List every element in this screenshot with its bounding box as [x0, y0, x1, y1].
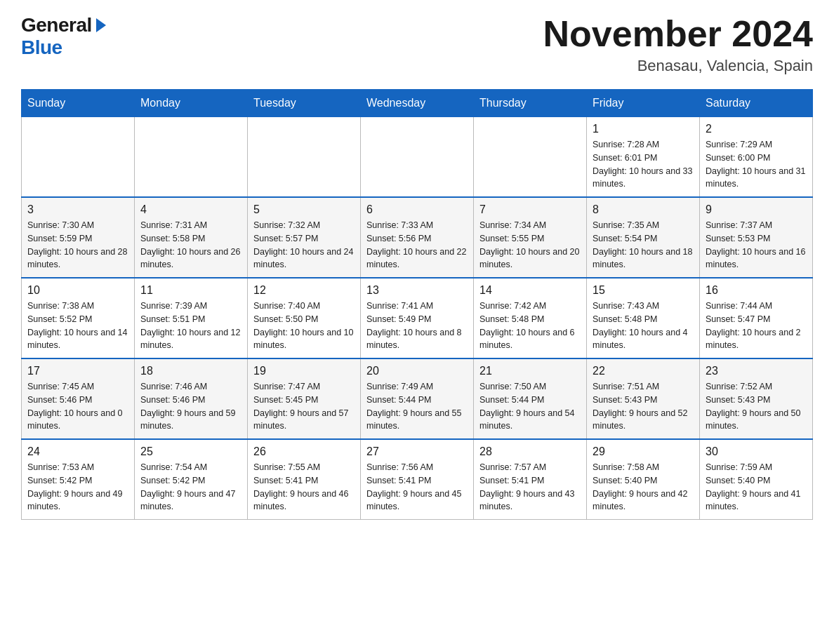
day-number: 29 — [593, 445, 694, 458]
calendar-cell: 25Sunrise: 7:54 AMSunset: 5:42 PMDayligh… — [135, 439, 248, 520]
week-row-5: 24Sunrise: 7:53 AMSunset: 5:42 PMDayligh… — [22, 439, 813, 520]
day-number: 14 — [479, 284, 581, 297]
day-number: 6 — [366, 203, 468, 216]
day-number: 20 — [366, 365, 468, 377]
day-number: 8 — [593, 203, 694, 216]
calendar-cell — [22, 117, 135, 198]
day-info: Sunrise: 7:46 AMSunset: 5:46 PMDaylight:… — [140, 380, 241, 433]
day-info: Sunrise: 7:38 AMSunset: 5:52 PMDaylight:… — [27, 300, 128, 352]
day-number: 15 — [593, 284, 694, 297]
day-number: 10 — [27, 284, 128, 297]
day-info: Sunrise: 7:55 AMSunset: 5:41 PMDaylight:… — [253, 461, 355, 514]
day-number: 9 — [706, 203, 807, 216]
day-info: Sunrise: 7:52 AMSunset: 5:43 PMDaylight:… — [706, 380, 807, 433]
day-info: Sunrise: 7:49 AMSunset: 5:44 PMDaylight:… — [366, 380, 468, 433]
day-number: 18 — [140, 365, 241, 377]
logo-blue-text: Blue — [21, 36, 62, 58]
col-header-sunday: Sunday — [22, 90, 135, 117]
day-info: Sunrise: 7:43 AMSunset: 5:48 PMDaylight:… — [593, 300, 694, 352]
calendar-cell: 17Sunrise: 7:45 AMSunset: 5:46 PMDayligh… — [22, 358, 135, 439]
calendar-cell: 28Sunrise: 7:57 AMSunset: 5:41 PMDayligh… — [474, 439, 587, 520]
day-info: Sunrise: 7:58 AMSunset: 5:40 PMDaylight:… — [593, 461, 694, 514]
col-header-friday: Friday — [587, 90, 700, 117]
col-header-thursday: Thursday — [474, 90, 587, 117]
day-info: Sunrise: 7:59 AMSunset: 5:40 PMDaylight:… — [706, 461, 807, 514]
location-title: Benasau, Valencia, Spain — [543, 57, 813, 75]
calendar-cell: 16Sunrise: 7:44 AMSunset: 5:47 PMDayligh… — [700, 278, 813, 358]
day-info: Sunrise: 7:31 AMSunset: 5:58 PMDaylight:… — [140, 219, 241, 271]
day-number: 19 — [253, 365, 355, 377]
calendar-cell: 14Sunrise: 7:42 AMSunset: 5:48 PMDayligh… — [474, 278, 587, 358]
day-info: Sunrise: 7:33 AMSunset: 5:56 PMDaylight:… — [366, 219, 468, 271]
calendar-cell — [474, 117, 587, 198]
calendar-cell: 12Sunrise: 7:40 AMSunset: 5:50 PMDayligh… — [248, 278, 361, 358]
day-info: Sunrise: 7:30 AMSunset: 5:59 PMDaylight:… — [27, 219, 128, 271]
calendar-cell: 21Sunrise: 7:50 AMSunset: 5:44 PMDayligh… — [474, 358, 587, 439]
calendar-cell: 13Sunrise: 7:41 AMSunset: 5:49 PMDayligh… — [361, 278, 474, 358]
day-number: 7 — [479, 203, 581, 216]
week-row-3: 10Sunrise: 7:38 AMSunset: 5:52 PMDayligh… — [22, 278, 813, 358]
month-title: November 2024 — [543, 14, 813, 54]
calendar-cell: 8Sunrise: 7:35 AMSunset: 5:54 PMDaylight… — [587, 197, 700, 278]
title-section: November 2024 Benasau, Valencia, Spain — [543, 14, 813, 75]
calendar-cell: 23Sunrise: 7:52 AMSunset: 5:43 PMDayligh… — [700, 358, 813, 439]
day-number: 17 — [27, 365, 128, 377]
calendar-cell: 20Sunrise: 7:49 AMSunset: 5:44 PMDayligh… — [361, 358, 474, 439]
logo-triangle-icon — [96, 18, 106, 32]
day-info: Sunrise: 7:42 AMSunset: 5:48 PMDaylight:… — [479, 300, 581, 352]
day-info: Sunrise: 7:29 AMSunset: 6:00 PMDaylight:… — [706, 138, 807, 191]
day-number: 3 — [27, 203, 128, 216]
day-info: Sunrise: 7:37 AMSunset: 5:53 PMDaylight:… — [706, 219, 807, 271]
calendar-cell: 30Sunrise: 7:59 AMSunset: 5:40 PMDayligh… — [700, 439, 813, 520]
calendar-table: SundayMondayTuesdayWednesdayThursdayFrid… — [21, 89, 813, 520]
day-info: Sunrise: 7:57 AMSunset: 5:41 PMDaylight:… — [479, 461, 581, 514]
calendar-cell: 15Sunrise: 7:43 AMSunset: 5:48 PMDayligh… — [587, 278, 700, 358]
day-info: Sunrise: 7:32 AMSunset: 5:57 PMDaylight:… — [253, 219, 355, 271]
calendar-cell: 4Sunrise: 7:31 AMSunset: 5:58 PMDaylight… — [135, 197, 248, 278]
day-number: 1 — [593, 123, 694, 135]
day-info: Sunrise: 7:51 AMSunset: 5:43 PMDaylight:… — [593, 380, 694, 433]
calendar-cell: 10Sunrise: 7:38 AMSunset: 5:52 PMDayligh… — [22, 278, 135, 358]
calendar-cell: 29Sunrise: 7:58 AMSunset: 5:40 PMDayligh… — [587, 439, 700, 520]
calendar-cell — [361, 117, 474, 198]
logo: General Blue — [21, 14, 108, 59]
week-row-2: 3Sunrise: 7:30 AMSunset: 5:59 PMDaylight… — [22, 197, 813, 278]
calendar-cell: 19Sunrise: 7:47 AMSunset: 5:45 PMDayligh… — [248, 358, 361, 439]
col-header-saturday: Saturday — [700, 90, 813, 117]
day-info: Sunrise: 7:56 AMSunset: 5:41 PMDaylight:… — [366, 461, 468, 514]
day-number: 11 — [140, 284, 241, 297]
calendar-cell: 27Sunrise: 7:56 AMSunset: 5:41 PMDayligh… — [361, 439, 474, 520]
calendar-cell: 1Sunrise: 7:28 AMSunset: 6:01 PMDaylight… — [587, 117, 700, 198]
day-number: 28 — [479, 445, 581, 458]
header-row: SundayMondayTuesdayWednesdayThursdayFrid… — [22, 90, 813, 117]
calendar-cell: 3Sunrise: 7:30 AMSunset: 5:59 PMDaylight… — [22, 197, 135, 278]
day-number: 26 — [253, 445, 355, 458]
calendar-cell: 11Sunrise: 7:39 AMSunset: 5:51 PMDayligh… — [135, 278, 248, 358]
calendar-cell: 6Sunrise: 7:33 AMSunset: 5:56 PMDaylight… — [361, 197, 474, 278]
day-number: 12 — [253, 284, 355, 297]
day-number: 4 — [140, 203, 241, 216]
day-number: 22 — [593, 365, 694, 377]
day-number: 27 — [366, 445, 468, 458]
calendar-cell: 2Sunrise: 7:29 AMSunset: 6:00 PMDaylight… — [700, 117, 813, 198]
day-info: Sunrise: 7:44 AMSunset: 5:47 PMDaylight:… — [706, 300, 807, 352]
day-info: Sunrise: 7:41 AMSunset: 5:49 PMDaylight:… — [366, 300, 468, 352]
logo-general-text: General — [21, 14, 92, 36]
day-info: Sunrise: 7:28 AMSunset: 6:01 PMDaylight:… — [593, 138, 694, 191]
page-header: General Blue November 2024 Benasau, Vale… — [21, 14, 813, 75]
calendar-cell: 9Sunrise: 7:37 AMSunset: 5:53 PMDaylight… — [700, 197, 813, 278]
calendar-cell: 5Sunrise: 7:32 AMSunset: 5:57 PMDaylight… — [248, 197, 361, 278]
col-header-wednesday: Wednesday — [361, 90, 474, 117]
day-number: 23 — [706, 365, 807, 377]
calendar-cell: 22Sunrise: 7:51 AMSunset: 5:43 PMDayligh… — [587, 358, 700, 439]
calendar-cell: 18Sunrise: 7:46 AMSunset: 5:46 PMDayligh… — [135, 358, 248, 439]
day-number: 16 — [706, 284, 807, 297]
calendar-cell — [135, 117, 248, 198]
day-info: Sunrise: 7:40 AMSunset: 5:50 PMDaylight:… — [253, 300, 355, 352]
day-info: Sunrise: 7:34 AMSunset: 5:55 PMDaylight:… — [479, 219, 581, 271]
calendar-cell — [248, 117, 361, 198]
col-header-monday: Monday — [135, 90, 248, 117]
day-info: Sunrise: 7:39 AMSunset: 5:51 PMDaylight:… — [140, 300, 241, 352]
calendar-cell: 7Sunrise: 7:34 AMSunset: 5:55 PMDaylight… — [474, 197, 587, 278]
day-number: 13 — [366, 284, 468, 297]
